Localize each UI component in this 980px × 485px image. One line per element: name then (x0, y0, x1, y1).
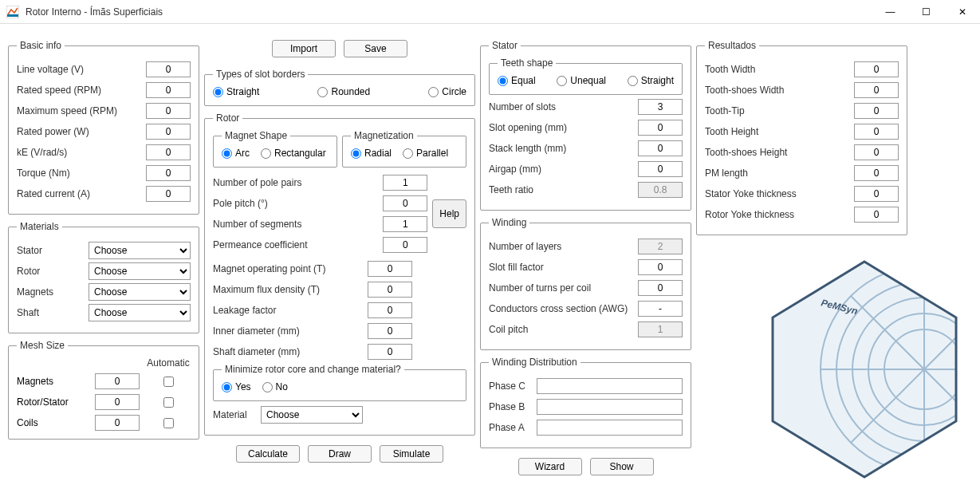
torque-input[interactable] (146, 165, 191, 181)
stator-panel: Stator Teeth shape Equal Unequal Straigh… (480, 40, 691, 211)
turns-input[interactable] (638, 280, 683, 296)
stack-input[interactable] (638, 140, 683, 156)
magnet-shape-legend: Magnet Shape (222, 130, 290, 141)
pm-len-input[interactable] (854, 165, 899, 181)
mesh-rotorstator-auto-checkbox[interactable] (163, 397, 174, 408)
app-icon (6, 6, 19, 18)
rectangular-radio[interactable]: Rectangular (261, 148, 326, 159)
content: Basic info Line voltage (V) Rated speed … (0, 24, 980, 485)
line-voltage-label: Line voltage (V) (17, 64, 146, 75)
magnetization-panel: Magnetization Radial Parallel (342, 130, 466, 168)
teeth-ratio-input (638, 182, 683, 198)
stack-label: Stack length (mm) (489, 143, 638, 154)
tooth-width-label: Tooth Width (705, 64, 854, 75)
pole-pitch-label: Pole pitch (°) (213, 198, 383, 209)
close-button[interactable]: ✕ (944, 0, 980, 24)
mesh-magnets-auto-checkbox[interactable] (163, 377, 174, 387)
shoes-h-label: Tooth-shoes Height (705, 147, 854, 158)
teeth-equal-radio[interactable]: Equal (498, 75, 536, 86)
max-flux-input[interactable] (368, 282, 412, 298)
show-button[interactable]: Show (590, 458, 654, 475)
phaseb-input[interactable] (537, 399, 683, 415)
pole-pitch-input[interactable] (383, 195, 427, 211)
minimize-no-radio[interactable]: No (262, 381, 288, 392)
arc-radio[interactable]: Arc (222, 148, 250, 159)
winding-dist-legend: Winding Distribution (489, 357, 581, 368)
mesh-coils-input[interactable] (95, 415, 140, 431)
shoes-width-input[interactable] (854, 82, 899, 98)
minimize-button[interactable]: — (872, 0, 908, 24)
rated-current-input[interactable] (146, 186, 191, 202)
mesh-coils-auto-checkbox[interactable] (163, 418, 174, 428)
tooth-h-input[interactable] (854, 124, 899, 140)
teeth-unequal-radio[interactable]: Unequal (557, 75, 606, 86)
inner-d-input[interactable] (368, 323, 412, 339)
rated-current-label: Rated current (A) (17, 188, 146, 199)
coil-pitch-label: Coil pitch (489, 324, 638, 335)
slot-circle-radio[interactable]: Circle (428, 86, 466, 97)
simulate-button[interactable]: Simulate (380, 445, 443, 463)
slot-rounded-radio[interactable]: Rounded (317, 86, 370, 97)
slots-label: Number of slots (489, 101, 638, 112)
op-point-label: Magnet operating point (T) (213, 263, 368, 274)
slot-open-input[interactable] (638, 120, 683, 136)
help-button[interactable]: Help (432, 199, 466, 228)
results-panel: Resultados Tooth Width Tooth-shoes Width… (696, 40, 907, 235)
draw-button[interactable]: Draw (308, 445, 372, 463)
maximize-button[interactable]: ☐ (908, 0, 944, 24)
radial-radio[interactable]: Radial (351, 148, 392, 159)
minimize-legend: Minimize rotor core and change material? (222, 364, 404, 375)
basic-info-panel: Basic info Line voltage (V) Rated speed … (8, 40, 199, 215)
tip-input[interactable] (854, 103, 899, 119)
line-voltage-input[interactable] (146, 61, 191, 77)
wizard-button[interactable]: Wizard (518, 458, 582, 475)
teeth-straight-radio[interactable]: Straight (628, 75, 674, 86)
fill-input[interactable] (638, 259, 683, 275)
permeance-input[interactable] (383, 237, 427, 253)
tooth-width-input[interactable] (854, 61, 899, 77)
max-speed-input[interactable] (146, 103, 191, 119)
segments-input[interactable] (383, 216, 427, 232)
fill-label: Slot fill factor (489, 262, 638, 273)
airgap-input[interactable] (638, 161, 683, 177)
materials-panel: Materials StatorChoose RotorChoose Magne… (8, 221, 199, 333)
stator-yoke-input[interactable] (854, 186, 899, 202)
rotor-yoke-input[interactable] (854, 207, 899, 223)
slot-straight-radio[interactable]: Straight (213, 86, 259, 97)
slots-input[interactable] (638, 99, 683, 115)
ke-input[interactable] (146, 144, 191, 160)
materials-magnets-select[interactable]: Choose (89, 283, 191, 301)
magnet-shape-panel: Magnet Shape Arc Rectangular (213, 130, 337, 168)
shaft-d-input[interactable] (368, 344, 412, 360)
mesh-magnets-input[interactable] (95, 373, 140, 389)
max-flux-label: Maximum flux density (T) (213, 284, 368, 295)
materials-rotor-select[interactable]: Choose (89, 262, 191, 280)
material-select[interactable]: Choose (261, 406, 363, 424)
slot-borders-legend: Types of slot borders (213, 69, 308, 80)
airgap-label: Airgap (mm) (489, 164, 638, 175)
materials-stator-label: Stator (17, 245, 89, 256)
torque-label: Torque (Nm) (17, 168, 146, 179)
rated-speed-input[interactable] (146, 82, 191, 98)
shoes-h-input[interactable] (854, 144, 899, 160)
save-button[interactable]: Save (344, 40, 407, 57)
awg-input[interactable] (638, 301, 683, 317)
mesh-rotorstator-input[interactable] (95, 394, 140, 410)
minimize-yes-radio[interactable]: Yes (222, 381, 251, 392)
parallel-radio[interactable]: Parallel (403, 148, 448, 159)
phasea-input[interactable] (537, 420, 683, 436)
mesh-automatic-header: Automatic (146, 357, 191, 369)
materials-shaft-select[interactable]: Choose (89, 304, 191, 321)
rated-power-input[interactable] (146, 124, 191, 140)
mesh-rotorstator-label: Rotor/Stator (17, 396, 89, 408)
import-button[interactable]: Import (272, 40, 336, 57)
pole-pairs-input[interactable] (383, 175, 427, 191)
winding-legend: Winding (489, 217, 529, 228)
leakage-input[interactable] (368, 302, 412, 318)
materials-stator-select[interactable]: Choose (89, 242, 191, 259)
layers-label: Number of layers (489, 241, 638, 252)
op-point-input[interactable] (368, 261, 412, 277)
rated-speed-label: Rated speed (RPM) (17, 85, 146, 96)
phasec-input[interactable] (537, 378, 683, 394)
calculate-button[interactable]: Calculate (236, 445, 300, 463)
